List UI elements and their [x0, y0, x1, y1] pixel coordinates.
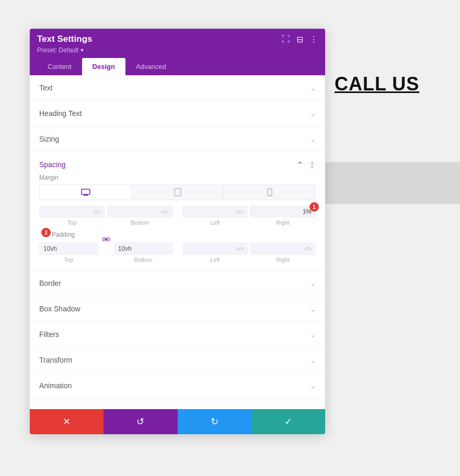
padding-top-field[interactable]	[39, 242, 98, 255]
save-button[interactable]: ✓	[251, 409, 325, 434]
svg-rect-0	[82, 189, 90, 194]
margin-bottom-field[interactable]: </>	[107, 205, 173, 218]
panel-header-top: Text Settings ⛶ ⊟ ⋮	[37, 34, 318, 44]
accordion-transform-chevron: ⌄	[310, 356, 316, 364]
margin-bottom-input[interactable]	[111, 208, 159, 215]
accordion-transform-label: Transform	[39, 356, 72, 364]
device-tabs	[39, 184, 316, 200]
panel-header: Text Settings ⛶ ⊟ ⋮ Preset: Default ▾ Co…	[30, 29, 325, 75]
margin-bottom-icon: </>	[161, 209, 168, 215]
spacing-title: Spacing	[39, 160, 66, 169]
margin-top-label: Top	[39, 219, 105, 226]
panel-body: Text ⌄ Heading Text ⌄ Sizing ⌄ Spacing ⌃…	[30, 75, 325, 409]
spacing-collapse-icon[interactable]: ⌃	[297, 160, 303, 169]
accordion-animation[interactable]: Animation ⌄	[30, 373, 325, 399]
accordion-border[interactable]: Border ⌄	[30, 271, 325, 296]
accordion-filters[interactable]: Filters ⌄	[30, 322, 325, 347]
padding-left-group: </> Left	[182, 242, 248, 263]
padding-right-field[interactable]: </>	[250, 242, 316, 255]
tab-content[interactable]: Content	[37, 58, 82, 75]
svg-point-5	[177, 194, 178, 195]
gray-band	[324, 162, 460, 204]
cancel-button[interactable]: ✕	[30, 409, 104, 434]
margin-right-input[interactable]	[254, 208, 302, 215]
margin-bottom-label: Bottom	[107, 219, 173, 226]
margin-bottom-group: </> Bottom	[107, 205, 173, 226]
padding-bottom-input[interactable]	[118, 245, 169, 252]
split-icon[interactable]: ⊟	[296, 34, 303, 44]
margin-left-input[interactable]	[187, 208, 234, 215]
margin-left-group: </> Left	[182, 205, 248, 226]
redo-button[interactable]: ↻	[178, 409, 251, 434]
preset-arrow: ▾	[80, 47, 84, 54]
text-settings-panel: Text Settings ⛶ ⊟ ⋮ Preset: Default ▾ Co…	[30, 29, 325, 434]
margin-left-label: Left	[182, 219, 248, 226]
padding-link-icon[interactable]	[99, 235, 113, 243]
padding-left-input[interactable]	[187, 245, 234, 252]
call-us-heading: CALL US	[335, 73, 419, 95]
accordion-filters-label: Filters	[39, 330, 59, 339]
padding-left-right-group: </> Left </> Right	[182, 242, 316, 263]
spacing-menu-icon[interactable]: ⋮	[308, 160, 316, 169]
expand-icon[interactable]: ⛶	[282, 34, 290, 44]
device-tab-tablet[interactable]	[132, 185, 224, 200]
margin-top-group: </> Top	[39, 205, 105, 226]
reset-icon: ↺	[136, 416, 144, 427]
accordion-sizing[interactable]: Sizing ⌄	[30, 126, 325, 152]
margin-top-bottom-group: </> Top </> Bottom	[39, 205, 173, 226]
tab-design[interactable]: Design	[82, 58, 125, 75]
body-spacer	[30, 399, 325, 409]
accordion-heading-text[interactable]: Heading Text ⌄	[30, 101, 325, 126]
accordion-transform[interactable]: Transform ⌄	[30, 347, 325, 373]
accordion-sizing-label: Sizing	[39, 135, 59, 143]
panel-preset[interactable]: Preset: Default ▾	[37, 47, 318, 54]
margin-top-icon: </>	[93, 209, 100, 215]
redo-icon: ↻	[211, 416, 218, 427]
padding-inputs: Top Bottom	[39, 242, 316, 263]
cancel-icon: ✕	[63, 416, 71, 427]
padding-right-group: </> Right	[250, 242, 316, 263]
accordion-sizing-chevron: ⌄	[310, 135, 316, 143]
accordion-animation-label: Animation	[39, 381, 72, 390]
padding-top-label: Top	[39, 257, 98, 263]
panel-header-icons: ⛶ ⊟ ⋮	[282, 34, 318, 44]
margin-left-field[interactable]: </>	[182, 205, 248, 218]
padding-bottom-group: Bottom	[114, 242, 173, 263]
accordion-border-label: Border	[39, 279, 61, 287]
device-tab-mobile[interactable]	[224, 185, 315, 200]
spacing-header: Spacing ⌃ ⋮	[39, 152, 316, 174]
more-icon[interactable]: ⋮	[309, 34, 318, 44]
margin-inputs: </> Top </> Bottom	[39, 205, 316, 226]
padding-bottom-field[interactable]	[114, 242, 173, 255]
accordion-border-chevron: ⌄	[310, 280, 316, 287]
margin-left-icon: </>	[236, 209, 244, 215]
accordion-box-shadow-label: Box Shadow	[39, 305, 80, 313]
badge-1: 1	[309, 202, 319, 212]
accordion-box-shadow-chevron: ⌄	[310, 305, 316, 313]
spacing-header-icons: ⌃ ⋮	[297, 160, 316, 169]
margin-top-field[interactable]: </>	[39, 205, 105, 218]
padding-left-icon: </>	[236, 246, 244, 252]
margin-top-input[interactable]	[43, 208, 91, 215]
margin-right-field[interactable]: </> 1%	[250, 205, 316, 218]
accordion-text-label: Text	[39, 84, 53, 92]
tab-advanced[interactable]: Advanced	[125, 58, 177, 75]
reset-button[interactable]: ↺	[104, 409, 177, 434]
accordion-heading-text-label: Heading Text	[39, 109, 82, 118]
device-tab-desktop[interactable]	[40, 185, 132, 200]
panel-title: Text Settings	[37, 34, 92, 44]
panel-footer: ✕ ↺ ↻ ✓	[30, 409, 325, 434]
accordion-filters-chevron: ⌄	[310, 331, 316, 339]
padding-bottom-label: Bottom	[114, 257, 173, 263]
accordion-text-chevron: ⌄	[310, 84, 316, 92]
padding-top-bottom-group: Top Bottom	[39, 242, 173, 263]
padding-left-label: Left	[182, 257, 248, 263]
accordion-box-shadow[interactable]: Box Shadow ⌄	[30, 296, 325, 322]
padding-left-field[interactable]: </>	[182, 242, 248, 255]
padding-top-input[interactable]	[43, 245, 94, 252]
panel-tabs: Content Design Advanced	[37, 58, 318, 75]
padding-right-input[interactable]	[254, 245, 302, 252]
padding-top-group: Top	[39, 242, 98, 263]
save-icon: ✓	[284, 416, 292, 427]
accordion-text[interactable]: Text ⌄	[30, 75, 325, 101]
